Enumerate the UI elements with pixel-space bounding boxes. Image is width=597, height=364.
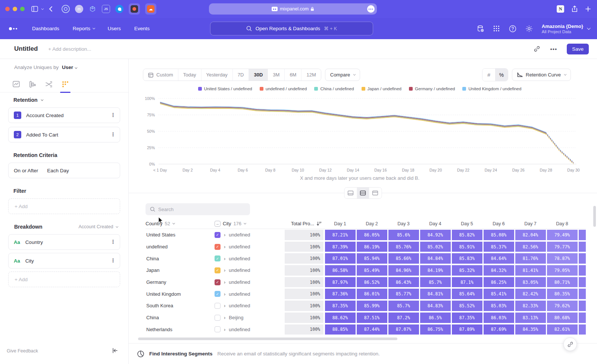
pocket-extension-icon[interactable] [129, 3, 140, 15]
legend-item[interactable]: China / undefined [314, 87, 354, 91]
share-icon[interactable] [572, 6, 578, 12]
expand-row-icon[interactable]: › [224, 267, 225, 273]
retention-cell[interactable]: 86.58% [325, 265, 356, 276]
retention-cell[interactable]: 86.05% [357, 230, 387, 240]
address-bar[interactable]: mixpanel.com ••• [209, 3, 377, 15]
expand-row-icon[interactable]: › [224, 327, 225, 332]
kebab-menu-icon[interactable]: ••• [111, 132, 115, 137]
row-checkbox-checked[interactable]: ✓ [215, 255, 221, 261]
retention-cell[interactable]: 85.49% [357, 265, 387, 276]
add-filter-button[interactable]: + Add [8, 198, 120, 214]
day-column-header[interactable]: Day 8 [546, 221, 578, 226]
retention-cell[interactable]: 82.61% [547, 324, 578, 335]
day-column-header[interactable]: Day 3 [388, 221, 419, 226]
retention-cell[interactable]: 79.05% [547, 265, 578, 276]
give-feedback-link[interactable]: Give Feedback [7, 348, 38, 354]
row-checkbox-unchecked[interactable] [215, 315, 221, 321]
table-search-box[interactable] [146, 203, 250, 215]
retention-section-header[interactable]: Retention [13, 97, 43, 103]
retention-cell[interactable]: 85.6% [388, 230, 419, 240]
retention-cell[interactable]: 85.94% [357, 253, 387, 264]
day-column-header[interactable]: Day 6 [483, 221, 515, 226]
date-range-6m[interactable]: 6M [285, 69, 301, 81]
kebab-menu-icon[interactable]: ••• [111, 258, 115, 263]
add-description-button[interactable]: + Add description... [48, 46, 91, 52]
table-row[interactable]: Netherlands›undefined100%88.85%87.44%87.… [146, 324, 586, 336]
table-search-input[interactable] [158, 207, 240, 212]
retention-cell[interactable]: 83.13% [515, 313, 546, 323]
expand-row-icon[interactable]: › [224, 244, 225, 250]
retention-cell[interactable]: 81.76% [515, 253, 546, 264]
retention-cell[interactable]: 85.37% [484, 242, 514, 252]
report-title[interactable]: Untitled [14, 45, 38, 53]
back-button[interactable] [49, 6, 53, 12]
table-row[interactable]: undefined✓›undefined100%87.39%86.19%85.7… [146, 241, 586, 253]
retention-cell[interactable]: 85.83% [452, 253, 482, 264]
retention-cell[interactable]: 84.81% [420, 289, 451, 299]
m-extension-icon[interactable]: m [75, 5, 83, 13]
table-row[interactable]: China✓›undefined100%87.01%85.94%85.66%84… [146, 252, 586, 264]
retention-cell[interactable]: 84.96% [388, 265, 419, 276]
view-toggle-bottom[interactable] [344, 188, 357, 198]
retention-cell[interactable]: 87.07% [388, 324, 419, 335]
settings-gear-icon[interactable] [525, 25, 533, 32]
retention-cell[interactable]: 85.77% [388, 289, 419, 299]
zoom-window-button[interactable] [20, 7, 25, 11]
minimize-window-button[interactable] [13, 7, 17, 11]
retention-cell[interactable]: 85.41% [484, 289, 514, 299]
cube-extension-icon[interactable] [88, 5, 97, 13]
nav-item-events[interactable]: Events [134, 26, 150, 31]
row-checkbox-unchecked[interactable] [215, 326, 221, 332]
select-all-checkbox[interactable]: – [215, 221, 221, 227]
retention-cell[interactable]: 79.77% [547, 242, 578, 252]
retention-cell[interactable]: 87.97% [325, 277, 356, 288]
extensions-menu-button[interactable]: ••• [367, 5, 375, 13]
retention-cell[interactable]: 80.71% [547, 277, 578, 288]
retention-cell[interactable]: 85.82% [452, 230, 482, 240]
nav-item-dashboards[interactable]: Dashboards [32, 26, 59, 31]
nav-item-users[interactable]: Users [108, 26, 121, 31]
criteria-interval[interactable]: Each Day [47, 168, 69, 173]
save-button[interactable]: Save [567, 44, 589, 54]
retention-cell[interactable]: 87.36% [325, 289, 356, 299]
retention-cell[interactable]: 87.51% [357, 313, 387, 323]
retention-cell[interactable]: 87.2% [388, 313, 419, 323]
tab-retention-active[interactable] [59, 76, 72, 92]
retention-cell[interactable]: 85.08% [484, 230, 514, 240]
date-range-today[interactable]: Today [178, 69, 201, 81]
retention-cell[interactable]: 86.5% [420, 313, 451, 323]
day-column-header[interactable]: Day 1 [324, 221, 356, 226]
retention-cell[interactable]: 85.02% [420, 242, 451, 252]
date-range-custom[interactable]: Custom [143, 69, 178, 81]
retention-cell[interactable]: 83.05% [515, 277, 546, 288]
window-controls[interactable] [5, 7, 25, 11]
breakdown-item-country[interactable]: AaCountry••• [8, 234, 120, 250]
breakdown-item-city[interactable]: AaCity••• [8, 253, 120, 269]
table-row[interactable]: China›Beijing100%88.62%87.51%87.2%86.5%8… [146, 312, 586, 324]
date-range-30d[interactable]: 30D [249, 69, 268, 81]
expand-row-icon[interactable]: › [224, 303, 225, 308]
percent-toggle[interactable]: % [495, 69, 508, 81]
browser-sidebar-icon[interactable] [31, 6, 38, 12]
row-checkbox-checked[interactable]: ✓ [215, 244, 221, 250]
chevron-down-icon[interactable] [41, 8, 43, 10]
retention-cell[interactable]: 87.39% [325, 242, 356, 252]
retention-cell[interactable]: 86.52% [357, 277, 387, 288]
tab-insights[interactable] [10, 76, 22, 92]
horizontal-scrollbar[interactable] [138, 338, 397, 340]
retention-cell[interactable]: 86.01% [357, 289, 387, 299]
table-row[interactable]: United Kingdom✓›undefined100%87.36%86.01… [146, 288, 586, 300]
retention-cell[interactable]: 87.35% [325, 301, 356, 311]
close-window-button[interactable] [5, 7, 10, 11]
country-column-header[interactable]: Country 52 [146, 221, 211, 226]
retention-cell[interactable]: 81.41% [515, 265, 546, 276]
add-breakdown-button[interactable]: + Add [8, 272, 120, 287]
city-column-header[interactable]: – City 176 [211, 221, 284, 227]
retention-cell[interactable]: 84.92% [420, 230, 451, 240]
expand-row-icon[interactable]: › [224, 256, 225, 261]
legend-item[interactable]: Japan / undefined [362, 87, 401, 91]
tab-funnels[interactable] [26, 76, 39, 92]
share-link-floating-button[interactable] [563, 338, 577, 351]
retention-cell[interactable]: 86.25% [484, 277, 514, 288]
retention-step-1[interactable]: 1Account Created••• [8, 107, 120, 123]
